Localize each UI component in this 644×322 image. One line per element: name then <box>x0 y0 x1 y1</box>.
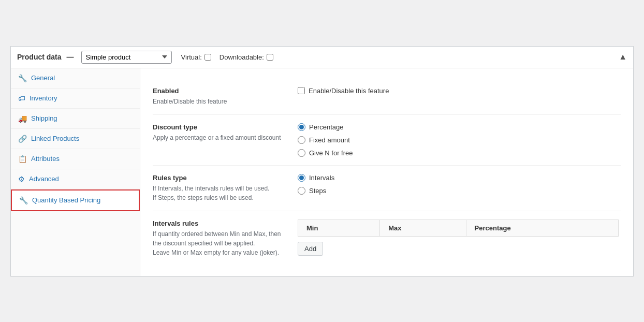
radio-intervals[interactable] <box>298 174 305 182</box>
sidebar-label-general: General <box>31 74 55 82</box>
radio-give-n-free[interactable] <box>298 149 305 157</box>
enabled-label: Enabled <box>153 87 287 95</box>
enabled-desc: Enable/Disable this feature <box>153 97 287 106</box>
pricing-icon: 🔧 <box>19 196 28 204</box>
radio-percentage[interactable] <box>298 123 305 131</box>
discount-type-label-col: Discount type Apply a percentage or a fi… <box>153 123 298 142</box>
add-interval-button[interactable]: Add <box>298 242 323 256</box>
rules-type-desc: If Intervals, the intervals rules will b… <box>153 184 287 202</box>
sidebar-item-quantity-based-pricing[interactable]: 🔧 Quantity Based Pricing <box>11 189 140 211</box>
sidebar-item-inventory[interactable]: 🏷 Inventory <box>11 89 140 109</box>
discount-type-desc: Apply a percentage or a fixed amount dis… <box>153 133 287 142</box>
sidebar: 🔧 General 🏷 Inventory 🚚 Shipping 🔗 Linke… <box>11 68 140 276</box>
radio-fixed-amount-text: Fixed amount <box>309 136 350 144</box>
field-row-discount-type: Discount type Apply a percentage or a fi… <box>153 115 621 166</box>
sidebar-item-shipping[interactable]: 🚚 Shipping <box>11 109 140 129</box>
sidebar-item-linked-products[interactable]: 🔗 Linked Products <box>11 129 140 149</box>
product-type-select[interactable]: Simple product Variable product Grouped … <box>81 51 172 64</box>
sidebar-item-attributes[interactable]: 📋 Attributes <box>11 149 140 169</box>
radio-steps-text: Steps <box>309 187 326 195</box>
field-row-intervals-rules: Intervals rules If quantity ordered betw… <box>153 211 621 266</box>
discount-type-input-col: Percentage Fixed amount Give N for free <box>298 123 621 157</box>
sidebar-label-advanced: Advanced <box>29 175 59 183</box>
radio-give-n-free-label[interactable]: Give N for free <box>298 149 621 157</box>
enabled-label-col: Enabled Enable/Disable this feature <box>153 87 298 106</box>
sidebar-label-attributes: Attributes <box>31 155 60 163</box>
radio-fixed-amount[interactable] <box>298 136 305 144</box>
main-content: Enabled Enable/Disable this feature Enab… <box>140 68 633 276</box>
enabled-checkbox-text: Enable/Disable this feature <box>309 87 389 95</box>
intervals-rules-input-col: Min Max Percentage Add <box>298 219 621 256</box>
truck-icon: 🚚 <box>18 114 27 123</box>
radio-intervals-text: Intervals <box>309 174 334 182</box>
radio-give-n-free-text: Give N for free <box>309 149 353 157</box>
rules-type-input-col: Intervals Steps <box>298 174 621 195</box>
field-row-rules-type: Rules type If Intervals, the intervals r… <box>153 166 621 211</box>
col-percentage: Percentage <box>466 219 618 236</box>
downloadable-label[interactable]: Downloadable: <box>219 53 273 61</box>
sidebar-item-advanced[interactable]: ⚙ Advanced <box>11 169 140 189</box>
radio-steps-label[interactable]: Steps <box>298 187 621 195</box>
enabled-checkbox-label[interactable]: Enable/Disable this feature <box>298 87 621 95</box>
virtual-downloadable-group: Virtual: Downloadable: <box>181 53 273 61</box>
enabled-checkbox[interactable] <box>298 87 305 94</box>
field-row-enabled: Enabled Enable/Disable this feature Enab… <box>153 79 621 115</box>
col-max: Max <box>380 219 466 236</box>
product-data-title: Product data <box>17 53 62 61</box>
downloadable-text: Downloadable: <box>219 53 264 61</box>
intervals-table: Min Max Percentage <box>298 219 619 237</box>
rules-type-radio-group: Intervals Steps <box>298 174 621 195</box>
radio-percentage-text: Percentage <box>309 123 344 131</box>
intervals-rules-label: Intervals rules <box>153 219 287 227</box>
virtual-checkbox[interactable] <box>204 54 211 61</box>
radio-intervals-label[interactable]: Intervals <box>298 174 621 182</box>
discount-type-radio-group: Percentage Fixed amount Give N for free <box>298 123 621 157</box>
sidebar-label-shipping: Shipping <box>31 114 57 122</box>
intervals-rules-label-col: Intervals rules If quantity ordered betw… <box>153 219 298 257</box>
product-data-panel: Product data — Simple product Variable p… <box>10 46 634 276</box>
col-min: Min <box>298 219 380 236</box>
radio-fixed-amount-label[interactable]: Fixed amount <box>298 136 621 144</box>
link-icon: 🔗 <box>18 135 27 143</box>
sidebar-label-quantity-based-pricing: Quantity Based Pricing <box>32 196 100 204</box>
product-data-header: Product data — Simple product Variable p… <box>11 47 633 68</box>
intervals-rules-desc: If quantity ordered between Min and Max,… <box>153 229 287 257</box>
tab-panel-quantity-based-pricing: Enabled Enable/Disable this feature Enab… <box>140 68 633 276</box>
sidebar-label-linked-products: Linked Products <box>31 135 79 142</box>
tag-icon: 🏷 <box>18 94 25 103</box>
gear-icon: ⚙ <box>18 175 25 183</box>
rules-type-label: Rules type <box>153 174 287 182</box>
downloadable-checkbox[interactable] <box>267 54 273 61</box>
header-right: ▲ <box>619 52 627 62</box>
discount-type-label: Discount type <box>153 123 287 131</box>
toggle-arrow-icon[interactable]: ▲ <box>619 52 627 61</box>
virtual-label[interactable]: Virtual: <box>181 53 211 61</box>
enabled-input-col: Enable/Disable this feature <box>298 87 621 95</box>
rules-type-label-col: Rules type If Intervals, the intervals r… <box>153 174 298 202</box>
product-data-dash: — <box>67 53 74 61</box>
sidebar-label-inventory: Inventory <box>30 94 57 102</box>
wrench-icon: 🔧 <box>18 74 27 82</box>
sidebar-item-general[interactable]: 🔧 General <box>11 68 140 89</box>
virtual-text: Virtual: <box>181 53 202 61</box>
product-data-body: 🔧 General 🏷 Inventory 🚚 Shipping 🔗 Linke… <box>11 68 633 276</box>
radio-percentage-label[interactable]: Percentage <box>298 123 621 131</box>
radio-steps[interactable] <box>298 187 305 195</box>
list-icon: 📋 <box>18 155 27 163</box>
